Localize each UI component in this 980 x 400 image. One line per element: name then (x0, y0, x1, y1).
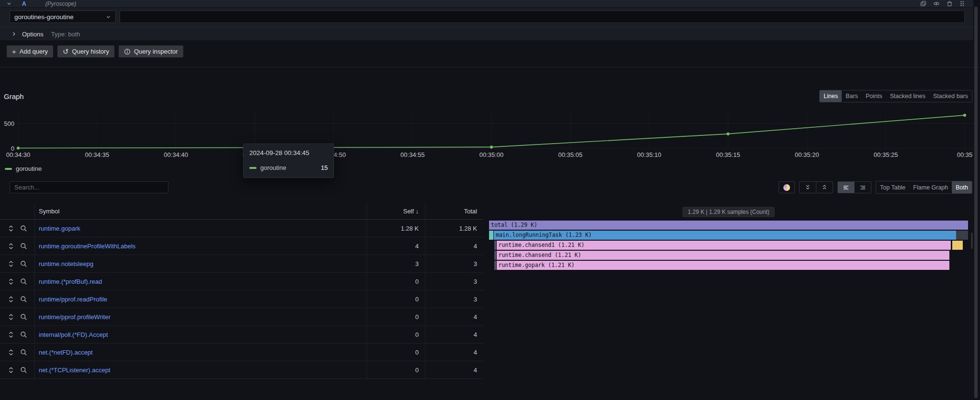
sandwich-view-icon[interactable] (8, 313, 14, 321)
expand-all-button[interactable] (816, 182, 833, 193)
flame-cell[interactable]: runtime.gopark (1.21 K) (497, 261, 949, 270)
symbol-link[interactable]: runtime.goroutineProfileWithLabels (39, 243, 135, 250)
symbol-link[interactable]: net.(*TCPListener).accept (39, 367, 111, 374)
self-value: 0 (367, 273, 425, 290)
drag-handle-icon[interactable] (959, 0, 965, 7)
row-actions (0, 308, 35, 325)
search-symbol-icon[interactable] (20, 313, 27, 321)
sandwich-view-icon[interactable] (8, 225, 14, 232)
time-series-chart[interactable]: 050000:34:3000:34:3500:34:4000:34:4500:3… (0, 108, 980, 161)
trash-delete-query-icon[interactable] (947, 0, 953, 7)
search-symbol-icon[interactable] (20, 260, 27, 267)
self-column-header[interactable]: Self ↓ (367, 203, 425, 219)
self-value: 0 (367, 326, 425, 343)
flame-cell[interactable] (952, 241, 963, 250)
options-row[interactable]: Options Type: both (0, 27, 973, 41)
symbol-link[interactable]: runtime/pprof.profileWriter (39, 313, 111, 321)
total-column-header[interactable]: Total (425, 203, 483, 219)
self-value: 0 (367, 344, 425, 361)
sandwich-view-icon[interactable] (8, 349, 14, 356)
symbol-cell: runtime.(*profBuf).read (35, 273, 367, 290)
query-toolbar: + Add query ↺ Query history Query inspec… (7, 45, 183, 57)
symbol-column-header[interactable]: Symbol (35, 203, 367, 219)
x-tick-label: 00:34:35 (85, 151, 110, 158)
symbol-link[interactable]: internal/poll.(*FD).Accept (39, 331, 108, 338)
mode-stacked-lines[interactable]: Stacked lines (886, 90, 929, 102)
tooltip-color-dash (249, 167, 256, 169)
sandwich-view-icon[interactable] (8, 296, 14, 303)
sandwich-view-icon[interactable] (8, 367, 14, 374)
profile-type-select[interactable]: goroutines-goroutine (10, 11, 116, 23)
search-symbol-icon[interactable] (20, 296, 27, 303)
flame-graph-summary: 1.29 K | 1.29 K samples (Count) (682, 207, 775, 217)
options-label[interactable]: Options (22, 31, 44, 38)
flame-cell[interactable] (494, 251, 496, 260)
mode-points[interactable]: Points (862, 90, 886, 102)
search-symbol-icon[interactable] (20, 278, 27, 285)
legend-series-label[interactable]: goroutine (16, 165, 42, 172)
data-point[interactable] (17, 146, 20, 149)
collapse-all-button[interactable] (800, 182, 816, 193)
search-symbol-icon[interactable] (20, 367, 27, 374)
symbol-search-input[interactable] (10, 181, 168, 193)
flame-graph-scrollbar[interactable] (971, 233, 973, 249)
query-row-header[interactable]: A (Pyroscope) (0, 0, 973, 7)
label-selector-input[interactable] (120, 11, 965, 23)
symbol-link[interactable]: runtime.gopark (39, 225, 80, 232)
flame-cell[interactable] (494, 261, 496, 270)
data-point[interactable] (490, 145, 493, 148)
self-value: 4 (367, 237, 425, 255)
mode-bars[interactable]: Bars (842, 90, 862, 102)
x-tick-label: 00:35:05 (558, 151, 583, 158)
eye-disable-query-icon[interactable] (933, 0, 940, 7)
flame-cell-label: main.longRunningTask (1.23 K) (494, 232, 592, 238)
flame-cell[interactable]: runtime.chansend (1.21 K) (497, 251, 949, 260)
align-right-button[interactable] (854, 182, 871, 193)
duplicate-query-icon[interactable] (920, 0, 926, 7)
add-query-button[interactable]: + Add query (7, 45, 53, 57)
mode-lines[interactable]: Lines (820, 90, 842, 102)
symbol-link[interactable]: runtime/pprof.readProfile (39, 296, 107, 303)
flame-cell[interactable]: main.longRunningTask (1.23 K) (494, 231, 956, 240)
symbol-link[interactable]: runtime.notetsleepg (39, 260, 93, 267)
flame-cell[interactable] (494, 241, 496, 250)
sandwich-view-icon[interactable] (8, 278, 14, 285)
chevron-right-icon[interactable] (11, 32, 16, 36)
row-actions (0, 344, 35, 361)
flame-cell[interactable] (956, 231, 968, 240)
view-both[interactable]: Both (952, 181, 972, 193)
view-top-table[interactable]: Top Table (876, 181, 909, 193)
symbol-link[interactable]: net.(*netFD).accept (39, 349, 93, 356)
total-value: 3 (425, 290, 483, 308)
data-point[interactable] (726, 133, 729, 135)
search-symbol-icon[interactable] (20, 349, 27, 356)
flame-row: total (1.29 K) (489, 221, 968, 230)
sandwich-view-icon[interactable] (8, 260, 14, 267)
color-scheme-button[interactable] (779, 181, 795, 193)
pyroscope-query-page: A (Pyroscope) goroutines-goroutine (0, 0, 980, 400)
sandwich-view-icon[interactable] (8, 243, 14, 250)
query-inspector-button[interactable]: Query inspector (119, 45, 183, 57)
self-value: 0 (367, 361, 425, 378)
search-symbol-icon[interactable] (20, 331, 27, 338)
align-left-button[interactable] (838, 182, 854, 193)
flame-cell[interactable] (489, 231, 493, 240)
view-flame-graph[interactable]: Flame Graph (909, 181, 952, 193)
x-tick-label: 00:34:40 (164, 151, 188, 158)
page-scrollbar[interactable] (974, 7, 978, 398)
mode-stacked-bars[interactable]: Stacked bars (929, 90, 972, 102)
flame-cell[interactable]: total (1.29 K) (489, 221, 968, 230)
flame-cell[interactable]: runtime.chansend1 (1.21 K) (497, 241, 951, 250)
data-point[interactable] (963, 114, 966, 117)
symbol-link[interactable]: runtime.(*profBuf).read (39, 278, 102, 285)
self-value: 1.28 K (367, 220, 425, 237)
sort-desc-arrow: ↓ (416, 208, 419, 215)
graph-panel-title: Graph (4, 92, 24, 100)
query-ref-id[interactable]: A (22, 0, 26, 7)
sandwich-view-icon[interactable] (8, 331, 14, 338)
search-symbol-icon[interactable] (20, 243, 27, 250)
chart-legend[interactable]: goroutine (5, 165, 42, 172)
search-symbol-icon[interactable] (20, 225, 27, 232)
query-history-button[interactable]: ↺ Query history (57, 45, 114, 57)
chevron-down-icon[interactable] (7, 1, 11, 6)
